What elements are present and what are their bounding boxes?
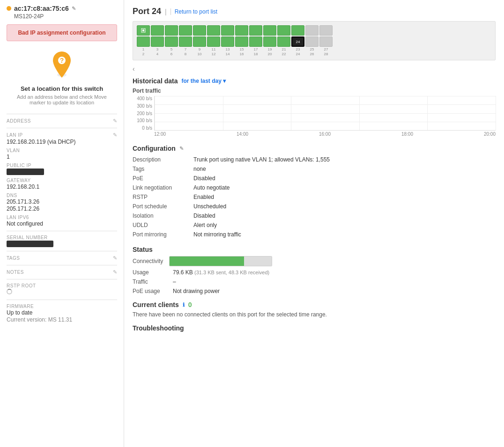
port-cell-21[interactable] <box>277 25 290 36</box>
port-cell-20[interactable] <box>263 37 276 47</box>
config-row: Port mirroringNot mirroring traffic <box>133 230 496 239</box>
port-cell-11[interactable] <box>207 25 220 36</box>
port-cell-16[interactable] <box>235 37 248 47</box>
config-value: Auto negotiate <box>193 183 496 192</box>
vline-1 <box>155 96 155 130</box>
gateway-label: GATEWAY <box>7 178 117 183</box>
port-label-27: 27 <box>319 47 333 51</box>
poe-usage-label: PoE usage <box>133 288 165 294</box>
port-cell-17[interactable] <box>249 25 262 36</box>
port-cell-26[interactable] <box>305 37 319 47</box>
port-label-22: 22 <box>277 52 290 56</box>
time-selector[interactable]: for the last day ▾ <box>181 78 225 84</box>
config-value: Not mirroring traffic <box>193 230 496 239</box>
port-label-23: 23 <box>291 47 304 51</box>
port-cell-10[interactable] <box>193 37 206 47</box>
rstp-root-label: RSTP ROOT <box>7 283 117 288</box>
troubleshooting-title: Troubleshooting <box>133 324 496 332</box>
config-row: Port scheduleUnscheduled <box>133 202 496 211</box>
address-edit-icon[interactable]: ✎ <box>113 118 118 124</box>
port-label-16: 16 <box>235 52 248 56</box>
dns-value1: 205.171.3.26 <box>7 198 117 205</box>
historical-data-label: Historical data <box>133 77 178 85</box>
port-labels-bottom: 2 4 6 8 10 12 14 16 18 20 22 24 26 28 <box>137 52 491 56</box>
config-row: DescriptionTrunk port using native VLAN … <box>133 155 496 164</box>
port-cell-8[interactable] <box>179 37 192 47</box>
svg-text:?: ? <box>60 57 64 64</box>
port-label-14: 14 <box>221 52 234 56</box>
port-cell-19[interactable] <box>263 25 276 36</box>
usage-value: 79.6 KB (31.3 KB sent, 48.3 KB received) <box>173 269 269 276</box>
port-cell-27[interactable] <box>319 25 333 36</box>
dns-label: DNS <box>7 193 117 198</box>
port-cell-6[interactable] <box>165 37 178 47</box>
rstp-root-row: RSTP ROOT <box>7 283 117 296</box>
port-grid: 24 <box>137 25 491 47</box>
firmware-status: Up to date <box>7 309 117 316</box>
config-value: Enabled <box>193 192 496 202</box>
grid-line-50 <box>155 113 496 114</box>
location-sub: Add an address below and check Move mark… <box>7 94 117 105</box>
config-value: Disabled <box>193 174 496 183</box>
notes-edit-icon[interactable]: ✎ <box>113 269 118 275</box>
scroll-left-arrow[interactable]: ‹ <box>133 65 135 73</box>
traffic-label: Traffic <box>133 278 165 285</box>
port-cell-7[interactable] <box>179 25 192 36</box>
config-label: PoE <box>133 174 193 183</box>
port-cell-22[interactable] <box>277 37 290 47</box>
vline-4 <box>359 96 360 130</box>
tags-edit-icon[interactable]: ✎ <box>113 255 118 261</box>
clients-count: 0 <box>188 301 192 308</box>
port-cell-15[interactable] <box>235 25 248 36</box>
firmware-version: Current version: MS 11.31 <box>7 316 117 323</box>
port-cell-14[interactable] <box>221 37 234 47</box>
vline-6 <box>496 96 496 130</box>
serial-value <box>7 241 117 247</box>
public-ip-row: PUBLIC IP <box>7 163 117 175</box>
config-label: UDLD <box>133 220 193 230</box>
current-clients-title: Current clients ℹ 0 <box>133 301 496 308</box>
port-label-7: 7 <box>179 47 192 51</box>
port-cell-12[interactable] <box>207 37 220 47</box>
port-cell-25[interactable] <box>305 25 319 36</box>
x-label-18: 18:00 <box>401 132 413 137</box>
chevron-down-icon: ▾ <box>223 78 226 84</box>
port-cell-13[interactable] <box>221 25 234 36</box>
port-label-13: 13 <box>221 47 234 51</box>
port-cell-1[interactable] <box>137 25 150 36</box>
port-label-4: 4 <box>151 52 164 56</box>
public-ip-label: PUBLIC IP <box>7 163 117 168</box>
config-label: Port schedule <box>133 202 193 211</box>
port-cell-24[interactable]: 24 <box>291 37 304 47</box>
connectivity-gray-bar <box>244 256 272 266</box>
chart-wrapper: 400 b/s 300 b/s 200 b/s 100 b/s 0 b/s <box>133 96 496 138</box>
port-cell-5[interactable] <box>165 25 178 36</box>
configuration-edit-icon[interactable]: ✎ <box>179 146 184 152</box>
usage-detail: (31.3 KB sent, 48.3 KB received) <box>194 270 269 275</box>
tags-label: TAGS ✎ <box>7 255 117 261</box>
port-cell-28[interactable] <box>319 37 333 47</box>
port-cell-18[interactable] <box>249 37 262 47</box>
config-value: Alert only <box>193 220 496 230</box>
config-row: RSTPEnabled <box>133 192 496 202</box>
mac-edit-icon[interactable]: ✎ <box>72 6 76 12</box>
port-cell-2[interactable] <box>137 37 150 47</box>
config-label: Port mirroring <box>133 230 193 239</box>
config-value: Trunk port using native VLAN 1; allowed … <box>193 155 496 164</box>
svg-rect-4 <box>142 29 144 31</box>
config-label: Isolation <box>133 211 193 220</box>
dns-row: DNS 205.171.3.26 205.171.2.26 <box>7 193 117 212</box>
port-label-28: 28 <box>319 52 333 56</box>
port-cell-9[interactable] <box>193 25 206 36</box>
traffic-value: – <box>173 278 176 285</box>
clients-info-icon: ℹ <box>183 302 185 308</box>
port-cell-3[interactable] <box>151 25 164 36</box>
port-cell-4[interactable] <box>151 37 164 47</box>
lan-ip-edit-icon[interactable]: ✎ <box>113 132 118 138</box>
sidebar: ac:17:c8:aa:75:c6 ✎ MS120-24P Bad IP ass… <box>0 0 124 447</box>
address-label: ADDRESS ✎ <box>7 118 117 124</box>
lan-ipv6-label: LAN IPV6 <box>7 215 117 220</box>
port-cell-23[interactable] <box>291 25 304 36</box>
vlan-value: 1 <box>7 154 117 160</box>
return-to-port-list-link[interactable]: Return to port list <box>170 8 217 15</box>
